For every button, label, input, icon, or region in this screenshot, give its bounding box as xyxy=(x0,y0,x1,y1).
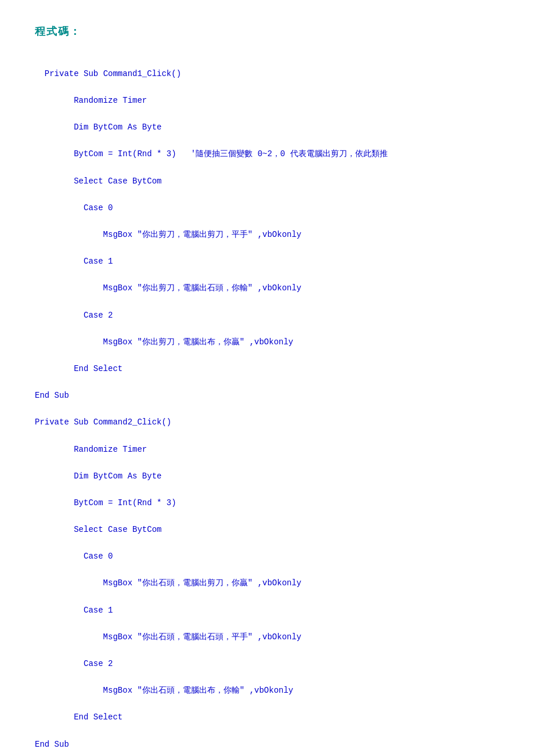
sub2-case2-msg: MsgBox "你出石頭，電腦出布，你輸" ,vbOkonly xyxy=(35,686,293,695)
sub1-end-select: End Select xyxy=(35,364,122,373)
sub2-case0-label: Case 0 xyxy=(35,552,113,561)
sub2-line2: Dim BytCom As Byte xyxy=(35,471,161,481)
sub1-case0-label: Case 0 xyxy=(35,203,113,213)
sub2-case1-label: Case 1 xyxy=(35,606,113,615)
sub2-header: Private Sub Command2_Click() xyxy=(35,417,171,427)
sub2-line3: BytCom = Int(Rnd * 3) xyxy=(35,498,176,507)
sub2-case2-label: Case 2 xyxy=(35,659,113,668)
sub2-line1: Randomize Timer xyxy=(35,445,147,454)
sub1-line3: BytCom = Int(Rnd * 3) '隨便抽三個變數 0~2，0 代表電… xyxy=(35,149,388,159)
sub1-line4: Select Case BytCom xyxy=(35,177,161,186)
sub2-line4: Select Case BytCom xyxy=(35,525,161,534)
sub1-case1-msg: MsgBox "你出剪刀，電腦出石頭，你輸" ,vbOkonly xyxy=(35,283,301,293)
page-title: 程式碼： xyxy=(35,23,499,40)
sub1-header: Private Sub Command1_Click() xyxy=(45,69,181,78)
sub1-line2: Dim BytCom As Byte xyxy=(35,123,161,132)
sub2-end-sub: End Sub xyxy=(35,740,69,749)
sub1-case1-label: Case 1 xyxy=(35,257,113,266)
sub1-case2-msg: MsgBox "你出剪刀，電腦出布，你贏" ,vbOkonly xyxy=(35,337,293,347)
sub2-case0-msg: MsgBox "你出石頭，電腦出剪刀，你贏" ,vbOkonly xyxy=(35,578,301,588)
sub1-case0-msg: MsgBox "你出剪刀，電腦出剪刀，平手" ,vbOkonly xyxy=(35,230,301,239)
code-section: Private Sub Command1_Click() Randomize T… xyxy=(35,54,499,756)
sub2-case1-msg: MsgBox "你出石頭，電腦出石頭，平手" ,vbOkonly xyxy=(35,632,301,642)
sub1-line1: Randomize Timer xyxy=(35,96,147,105)
sub1-end-sub: End Sub xyxy=(35,391,69,400)
sub2-end-select: End Select xyxy=(35,712,122,722)
sub1-case2-label: Case 2 xyxy=(35,311,113,320)
